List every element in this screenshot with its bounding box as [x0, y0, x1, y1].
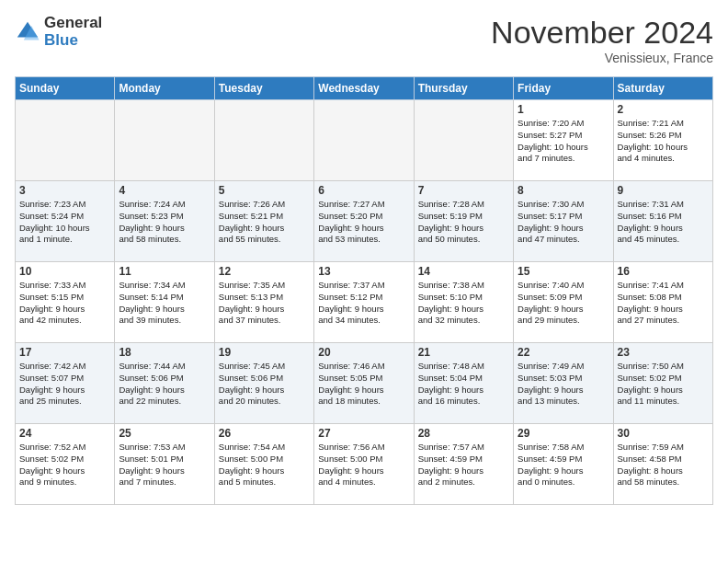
day-number: 22 — [518, 346, 609, 359]
day-info: Sunrise: 7:34 AM Sunset: 5:14 PM Dayligh… — [119, 280, 210, 327]
logo-text: General Blue — [44, 15, 102, 49]
logo-icon — [15, 19, 40, 45]
day-info: Sunrise: 7:33 AM Sunset: 5:15 PM Dayligh… — [19, 280, 110, 327]
table-row: 11Sunrise: 7:34 AM Sunset: 5:14 PM Dayli… — [115, 262, 214, 343]
month-title: November 2024 — [491, 15, 713, 51]
day-number: 28 — [418, 427, 509, 440]
day-info: Sunrise: 7:59 AM Sunset: 4:58 PM Dayligh… — [618, 442, 709, 488]
calendar-week-row: 10Sunrise: 7:33 AM Sunset: 5:15 PM Dayli… — [16, 262, 713, 343]
table-row: 13Sunrise: 7:37 AM Sunset: 5:12 PM Dayli… — [314, 262, 414, 343]
day-info: Sunrise: 7:23 AM Sunset: 5:24 PM Dayligh… — [19, 199, 110, 246]
day-number: 23 — [618, 346, 709, 359]
day-number: 29 — [518, 427, 609, 440]
day-number: 4 — [119, 184, 210, 197]
logo-general-text: General — [44, 15, 102, 32]
column-header-friday: Friday — [514, 77, 613, 100]
table-row: 24Sunrise: 7:52 AM Sunset: 5:02 PM Dayli… — [16, 424, 115, 505]
day-info: Sunrise: 7:20 AM Sunset: 5:27 PM Dayligh… — [518, 118, 609, 165]
page-header: General Blue November 2024 Venissieux, F… — [15, 15, 713, 65]
logo-blue-text: Blue — [44, 32, 102, 50]
day-info: Sunrise: 7:41 AM Sunset: 5:08 PM Dayligh… — [618, 280, 709, 327]
day-info: Sunrise: 7:38 AM Sunset: 5:10 PM Dayligh… — [418, 280, 509, 327]
day-number: 19 — [219, 346, 310, 359]
table-row: 6Sunrise: 7:27 AM Sunset: 5:20 PM Daylig… — [314, 181, 414, 262]
day-number: 1 — [518, 103, 609, 116]
day-number: 3 — [19, 184, 110, 197]
table-row: 3Sunrise: 7:23 AM Sunset: 5:24 PM Daylig… — [16, 181, 115, 262]
day-number: 7 — [418, 184, 509, 197]
day-info: Sunrise: 7:31 AM Sunset: 5:16 PM Dayligh… — [618, 199, 709, 246]
table-row: 17Sunrise: 7:42 AM Sunset: 5:07 PM Dayli… — [16, 343, 115, 424]
table-row: 16Sunrise: 7:41 AM Sunset: 5:08 PM Dayli… — [613, 262, 712, 343]
day-number: 10 — [19, 265, 110, 278]
day-info: Sunrise: 7:53 AM Sunset: 5:01 PM Dayligh… — [119, 442, 210, 488]
table-row: 26Sunrise: 7:54 AM Sunset: 5:00 PM Dayli… — [214, 424, 313, 505]
table-row — [16, 100, 115, 181]
day-info: Sunrise: 7:48 AM Sunset: 5:04 PM Dayligh… — [418, 361, 509, 408]
day-info: Sunrise: 7:50 AM Sunset: 5:02 PM Dayligh… — [618, 361, 709, 408]
day-number: 17 — [19, 346, 110, 359]
day-info: Sunrise: 7:28 AM Sunset: 5:19 PM Dayligh… — [418, 199, 509, 246]
table-row: 21Sunrise: 7:48 AM Sunset: 5:04 PM Dayli… — [414, 343, 513, 424]
day-number: 5 — [219, 184, 310, 197]
day-info: Sunrise: 7:54 AM Sunset: 5:00 PM Dayligh… — [219, 442, 310, 488]
day-info: Sunrise: 7:57 AM Sunset: 4:59 PM Dayligh… — [418, 442, 509, 488]
day-info: Sunrise: 7:56 AM Sunset: 5:00 PM Dayligh… — [318, 442, 409, 488]
column-header-thursday: Thursday — [414, 77, 513, 100]
day-info: Sunrise: 7:37 AM Sunset: 5:12 PM Dayligh… — [318, 280, 409, 327]
day-number: 11 — [119, 265, 210, 278]
column-header-monday: Monday — [115, 77, 214, 100]
day-info: Sunrise: 7:35 AM Sunset: 5:13 PM Dayligh… — [219, 280, 310, 327]
table-row: 28Sunrise: 7:57 AM Sunset: 4:59 PM Dayli… — [414, 424, 513, 505]
table-row: 4Sunrise: 7:24 AM Sunset: 5:23 PM Daylig… — [115, 181, 214, 262]
table-row — [314, 100, 414, 181]
calendar-week-row: 1Sunrise: 7:20 AM Sunset: 5:27 PM Daylig… — [16, 100, 713, 181]
table-row: 2Sunrise: 7:21 AM Sunset: 5:26 PM Daylig… — [613, 100, 712, 181]
table-row — [414, 100, 513, 181]
calendar-week-row: 3Sunrise: 7:23 AM Sunset: 5:24 PM Daylig… — [16, 181, 713, 262]
table-row: 7Sunrise: 7:28 AM Sunset: 5:19 PM Daylig… — [414, 181, 513, 262]
day-info: Sunrise: 7:24 AM Sunset: 5:23 PM Dayligh… — [119, 199, 210, 246]
day-info: Sunrise: 7:44 AM Sunset: 5:06 PM Dayligh… — [119, 361, 210, 408]
day-info: Sunrise: 7:27 AM Sunset: 5:20 PM Dayligh… — [318, 199, 409, 246]
calendar-header-row: SundayMondayTuesdayWednesdayThursdayFrid… — [16, 77, 713, 100]
day-number: 20 — [318, 346, 409, 359]
table-row: 27Sunrise: 7:56 AM Sunset: 5:00 PM Dayli… — [314, 424, 414, 505]
table-row — [115, 100, 214, 181]
table-row: 19Sunrise: 7:45 AM Sunset: 5:06 PM Dayli… — [214, 343, 313, 424]
day-info: Sunrise: 7:52 AM Sunset: 5:02 PM Dayligh… — [19, 442, 110, 488]
day-number: 24 — [19, 427, 110, 440]
day-number: 18 — [119, 346, 210, 359]
table-row: 9Sunrise: 7:31 AM Sunset: 5:16 PM Daylig… — [613, 181, 712, 262]
column-header-sunday: Sunday — [16, 77, 115, 100]
day-number: 26 — [219, 427, 310, 440]
logo: General Blue — [15, 15, 102, 49]
column-header-saturday: Saturday — [613, 77, 712, 100]
table-row: 22Sunrise: 7:49 AM Sunset: 5:03 PM Dayli… — [514, 343, 613, 424]
day-info: Sunrise: 7:42 AM Sunset: 5:07 PM Dayligh… — [19, 361, 110, 408]
table-row: 18Sunrise: 7:44 AM Sunset: 5:06 PM Dayli… — [115, 343, 214, 424]
table-row: 12Sunrise: 7:35 AM Sunset: 5:13 PM Dayli… — [214, 262, 313, 343]
table-row: 29Sunrise: 7:58 AM Sunset: 4:59 PM Dayli… — [514, 424, 613, 505]
table-row: 1Sunrise: 7:20 AM Sunset: 5:27 PM Daylig… — [514, 100, 613, 181]
day-number: 30 — [618, 427, 709, 440]
title-block: November 2024 Venissieux, France — [491, 15, 713, 65]
day-info: Sunrise: 7:45 AM Sunset: 5:06 PM Dayligh… — [219, 361, 310, 408]
table-row: 23Sunrise: 7:50 AM Sunset: 5:02 PM Dayli… — [613, 343, 712, 424]
day-number: 6 — [318, 184, 409, 197]
day-info: Sunrise: 7:58 AM Sunset: 4:59 PM Dayligh… — [518, 442, 609, 488]
day-number: 2 — [618, 103, 709, 116]
day-info: Sunrise: 7:40 AM Sunset: 5:09 PM Dayligh… — [518, 280, 609, 327]
calendar-week-row: 17Sunrise: 7:42 AM Sunset: 5:07 PM Dayli… — [16, 343, 713, 424]
table-row: 5Sunrise: 7:26 AM Sunset: 5:21 PM Daylig… — [214, 181, 313, 262]
day-number: 14 — [418, 265, 509, 278]
table-row — [214, 100, 313, 181]
day-number: 25 — [119, 427, 210, 440]
day-number: 8 — [518, 184, 609, 197]
day-info: Sunrise: 7:26 AM Sunset: 5:21 PM Dayligh… — [219, 199, 310, 246]
column-header-tuesday: Tuesday — [214, 77, 313, 100]
day-number: 15 — [518, 265, 609, 278]
day-number: 12 — [219, 265, 310, 278]
day-number: 9 — [618, 184, 709, 197]
calendar-table: SundayMondayTuesdayWednesdayThursdayFrid… — [15, 76, 713, 505]
